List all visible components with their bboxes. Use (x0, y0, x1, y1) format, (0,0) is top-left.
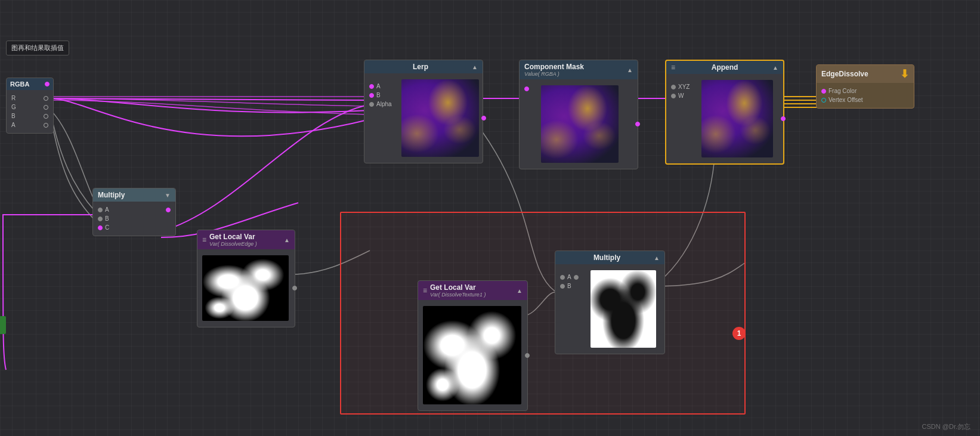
a-label: A (11, 122, 16, 128)
cm-subtitle: Value( RGBA ) (524, 71, 559, 77)
lerp-alpha-port[interactable] (369, 102, 374, 107)
glvb-out-port[interactable] (525, 353, 530, 358)
b-label: B (11, 113, 16, 119)
title-text: 图再和结果取插值 (11, 44, 64, 51)
append-xyz-port[interactable] (671, 85, 676, 89)
node-get-local-var-bottom[interactable]: ≡ Get Local Var Var( DissolveTexture1 ) … (418, 280, 528, 411)
node-lerp[interactable]: Lerp ▲ A B Alpha (364, 60, 483, 163)
append-w-port[interactable] (671, 94, 676, 98)
rgba-label: RGBA (10, 81, 29, 88)
multiply-left-title: Multiply (98, 191, 125, 199)
ml-b-in-port[interactable] (98, 217, 103, 221)
cm-title: Component Mask (524, 63, 584, 71)
lerp-port-a: A (364, 82, 397, 91)
port-row-r: R (7, 94, 53, 103)
port-row-a: A (7, 120, 53, 129)
append-out-port[interactable] (781, 116, 786, 121)
lerp-port-b: B (364, 91, 397, 100)
selection-box (340, 212, 746, 415)
lerp-header: Lerp ▲ (364, 60, 483, 73)
ed-frag-port[interactable] (821, 89, 826, 94)
watermark: CSDN @Dr.勿忘 (922, 422, 970, 431)
node-append[interactable]: ≡ Append ▲ XYZ W (665, 60, 784, 165)
port-row-b: B (7, 112, 53, 120)
glvt-out-port[interactable] (292, 286, 297, 290)
glvb-subtitle: Var( DissolveTexture1 ) (430, 292, 486, 298)
b-port[interactable] (44, 114, 48, 119)
glvt-chevron[interactable]: ▲ (284, 237, 290, 243)
multiply-left-chevron[interactable]: ▼ (165, 192, 171, 199)
node-component-mask[interactable]: Component Mask Value( RGBA ) ▲ (519, 60, 638, 169)
mb-a-port[interactable] (560, 275, 565, 280)
lerp-b-port[interactable] (369, 93, 374, 98)
multiply-bottom-header: Multiply ▲ (555, 251, 664, 264)
cm-out-port[interactable] (635, 122, 640, 126)
ed-vertex-port[interactable] (821, 98, 826, 103)
mb-a-out-port[interactable] (574, 275, 579, 280)
ml-a-in-port[interactable] (98, 208, 103, 212)
get-local-var-bottom-header: ≡ Get Local Var Var( DissolveTexture1 ) … (418, 281, 527, 300)
glvb-title: Get Local Var (430, 283, 476, 292)
ed-vertex-label: Vertex Offset (828, 97, 863, 103)
a-port[interactable] (44, 123, 48, 128)
glvt-title: Get Local Var (209, 233, 255, 241)
ed-frag-label: Frag Color (828, 88, 857, 94)
title-bar: 图再和结果取插值 (6, 41, 69, 55)
glvt-hamburger-icon[interactable]: ≡ (202, 236, 206, 244)
lerp-chevron[interactable]: ▲ (472, 64, 478, 70)
cm-header: Component Mask Value( RGBA ) ▲ (520, 60, 638, 79)
node-multiply-bottom[interactable]: Multiply ▲ A B (555, 251, 665, 354)
cm-preview (541, 85, 619, 163)
cm-in-port-row (520, 85, 534, 92)
multiply-bottom-chevron[interactable]: ▲ (654, 255, 660, 261)
ed-frag-color-row: Frag Color (817, 86, 914, 95)
badge-value: 1 (737, 329, 741, 338)
append-preview (701, 80, 773, 157)
get-local-var-top-header: ≡ Get Local Var Var( DissolveEdge ) ▲ (197, 230, 295, 249)
node-get-local-var-top[interactable]: ≡ Get Local Var Var( DissolveEdge ) ▲ (197, 230, 295, 327)
cm-chevron[interactable]: ▲ (627, 67, 633, 73)
multiply-left-port-a: A (93, 205, 175, 214)
g-port[interactable] (44, 105, 48, 110)
r-port[interactable] (44, 96, 48, 101)
rgba-out-port[interactable] (45, 82, 50, 86)
append-port-w: W (666, 91, 694, 100)
lerp-port-alpha: Alpha (364, 100, 397, 109)
ml-a-out-port[interactable] (166, 208, 171, 212)
mb-b-label: B (567, 283, 571, 289)
append-hamburger-icon[interactable]: ≡ (671, 63, 675, 72)
ml-c-label: C (105, 224, 109, 231)
append-port-xyz: XYZ (666, 82, 694, 91)
glvb-preview (423, 306, 521, 404)
mb-preview (591, 270, 656, 348)
ml-c-in-port[interactable] (98, 225, 103, 230)
mb-port-a: A (555, 273, 583, 282)
edge-dissolve-header: EdgeDissolve ⬇ (817, 65, 914, 83)
cm-in-port[interactable] (524, 86, 529, 91)
glvb-hamburger-icon[interactable]: ≡ (423, 286, 426, 295)
mb-a-label: A (567, 274, 571, 280)
lerp-out-port[interactable] (481, 116, 486, 120)
lerp-title: Lerp (369, 63, 472, 71)
glvt-subtitle: Var( DissolveEdge ) (209, 241, 257, 247)
node-rgba-input[interactable]: RGBA R G B A (6, 78, 54, 134)
edge-dissolve-download-icon[interactable]: ⬇ (900, 67, 909, 81)
red-badge[interactable]: 1 (732, 327, 746, 340)
green-strip (0, 316, 6, 334)
r-label: R (11, 95, 16, 101)
mb-b-port[interactable] (560, 284, 565, 289)
append-chevron[interactable]: ▲ (772, 64, 778, 71)
glvb-chevron[interactable]: ▲ (517, 287, 523, 294)
edge-dissolve-title: EdgeDissolve (821, 70, 868, 78)
node-multiply-left[interactable]: Multiply ▼ A B C (92, 188, 176, 236)
lerp-preview (401, 79, 479, 157)
lerp-a-label: A (376, 83, 381, 89)
ml-a-label: A (105, 206, 109, 213)
append-w-label: W (678, 92, 684, 99)
lerp-a-port[interactable] (369, 84, 374, 89)
append-xyz-label: XYZ (678, 84, 690, 90)
multiply-left-header: Multiply ▼ (93, 188, 175, 202)
append-title: Append (677, 63, 772, 72)
node-edge-dissolve[interactable]: EdgeDissolve ⬇ Frag Color Vertex Offset (816, 64, 914, 109)
multiply-left-port-c: C (93, 223, 175, 232)
